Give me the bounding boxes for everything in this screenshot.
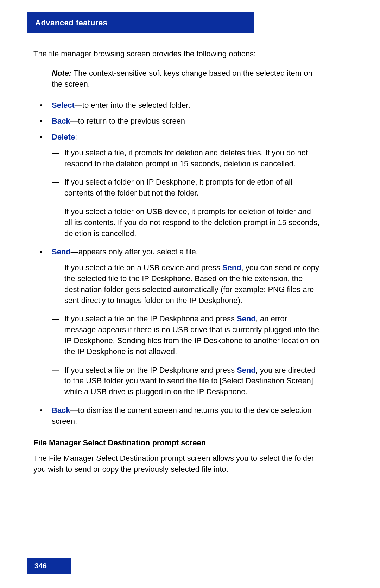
list-item-back: Back—to return to the previous screen	[40, 116, 320, 127]
page-number-bar: 346	[27, 558, 71, 574]
page-content: The file manager browsing screen provide…	[33, 49, 320, 475]
list-item-select: Select—to enter into the selected folder…	[40, 100, 320, 111]
section-heading: File Manager Select Destination prompt s…	[33, 438, 320, 448]
delete-subitem: If you select a folder on IP Deskphone, …	[52, 177, 320, 199]
keyword-send-inline: Send	[237, 314, 256, 323]
keyword-select: Select	[52, 101, 75, 110]
send-subitem: If you select a file on the IP Deskphone…	[52, 314, 320, 357]
header-bar: Advanced features	[27, 12, 254, 33]
list-item-delete: Delete: If you select a file, it prompts…	[40, 132, 320, 239]
delete-sublist: If you select a file, it prompts for del…	[52, 148, 320, 239]
header-title: Advanced features	[35, 18, 107, 27]
keyword-send-inline: Send	[222, 263, 241, 272]
option-list: Select—to enter into the selected folder…	[40, 100, 320, 427]
keyword-send: Send	[52, 247, 71, 256]
delete-subitem: If you select a file, it prompts for del…	[52, 148, 320, 169]
send-sub-text: If you select a file on the IP Deskphone…	[64, 366, 237, 375]
text-send: —appears only after you select a file.	[71, 247, 198, 256]
note-block: Note: The context-sensitive soft keys ch…	[52, 68, 320, 90]
send-sub-text: If you select a file on a USB device and…	[64, 263, 222, 272]
list-item-send: Send—appears only after you select a fil…	[40, 247, 320, 397]
delete-subitem: If you select a folder on USB device, it…	[52, 206, 320, 239]
text-back2: —to dismiss the current screen and retur…	[52, 406, 312, 426]
note-label: Note:	[52, 69, 71, 78]
keyword-back: Back	[52, 117, 70, 125]
list-item-back2: Back—to dismiss the current screen and r…	[40, 405, 320, 427]
section-body: The File Manager Select Destination prom…	[33, 453, 320, 475]
send-subitem: If you select a file on the IP Deskphone…	[52, 365, 320, 397]
keyword-send-inline: Send	[237, 366, 256, 375]
text-delete: :	[75, 132, 77, 141]
text-select: —to enter into the selected folder.	[75, 101, 190, 110]
page-number: 346	[34, 562, 47, 570]
send-sublist: If you select a file on a USB device and…	[52, 262, 320, 397]
intro-text: The file manager browsing screen provide…	[33, 49, 320, 60]
note-text: The context-sensitive soft keys change b…	[52, 69, 312, 88]
send-sub-text: If you select a file on the IP Deskphone…	[64, 314, 237, 323]
keyword-back: Back	[52, 406, 70, 415]
send-subitem: If you select a file on a USB device and…	[52, 262, 320, 306]
keyword-delete: Delete	[52, 132, 75, 141]
text-back: —to return to the previous screen	[70, 117, 185, 125]
